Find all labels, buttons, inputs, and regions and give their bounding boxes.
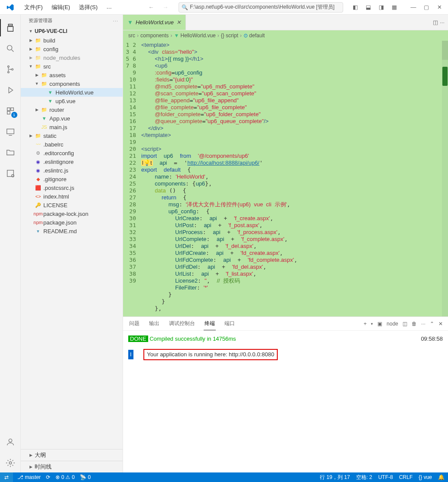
cursor-pos[interactable]: 行 19，列 17 (320, 474, 350, 481)
eol[interactable]: CRLF (399, 474, 412, 480)
main-area: 1 资源管理器 ··· ▼ UP6-VUE-CLI ▶📁build▶📁confi… (0, 15, 448, 472)
language[interactable]: {} vue (419, 474, 432, 480)
more-icon[interactable]: ··· (113, 18, 118, 23)
bell-icon[interactable]: 🔔 (438, 474, 445, 480)
tree-item[interactable]: ▶📁assets (21, 71, 123, 79)
breadcrumb-item[interactable]: ⊙ default (243, 33, 265, 39)
breadcrumb-item[interactable]: src (128, 33, 135, 39)
tree-item[interactable]: ▼📁components (21, 79, 123, 88)
remote-icon[interactable] (0, 122, 21, 141)
tree-item[interactable]: ▶📁build (21, 36, 123, 45)
tree-item[interactable]: ◉.eslintignore (21, 157, 123, 166)
timeline-label: 时间线 (35, 463, 52, 471)
plus-icon[interactable]: + (364, 321, 367, 327)
explorer-icon[interactable] (0, 18, 21, 37)
panel-tab[interactable]: 问题 (128, 317, 140, 330)
tree-item[interactable]: ▶📁router (21, 105, 123, 114)
folder-icon[interactable] (0, 143, 21, 162)
menu-item[interactable]: 文件(F) (21, 2, 46, 13)
tree-item[interactable]: ▼HelloWorld.vue (21, 88, 123, 97)
indent[interactable]: 空格: 2 (356, 474, 372, 481)
menu-item[interactable]: 编辑(E) (48, 2, 74, 13)
timeline-row[interactable]: ▶时间线 (21, 461, 123, 472)
scrollbar-thumb[interactable] (442, 67, 448, 86)
source-control-icon[interactable] (0, 60, 21, 79)
project-root[interactable]: ▼ UP6-VUE-CLI (21, 26, 123, 36)
tree-item[interactable]: ◆.gitignore (21, 175, 123, 183)
sidebar-bottom: ▶大纲 ▶时间线 (21, 449, 123, 472)
tree-item[interactable]: ▾README.md (21, 227, 123, 235)
file-icon: ▼ (41, 115, 48, 122)
encoding[interactable]: UTF-8 (378, 474, 393, 480)
tree-item[interactable]: <>index.html (21, 192, 123, 201)
tree-item[interactable]: npmpackage-lock.json (21, 209, 123, 218)
more-icon[interactable]: ··· (421, 321, 425, 327)
branch[interactable]: ⎇ master (17, 474, 41, 480)
layout-grid-icon[interactable]: ▦ (388, 1, 400, 13)
panel-tab[interactable]: 输出 (148, 317, 160, 330)
tree-item[interactable]: ▼up6.vue (21, 97, 123, 105)
tree-item[interactable]: ▶📁node_modules (21, 53, 123, 62)
trash-icon[interactable]: 🗑 (412, 321, 417, 327)
sync-icon[interactable]: ⟳ (46, 474, 50, 480)
nav-back-icon[interactable]: ← (146, 3, 156, 11)
layout-left-icon[interactable]: ◧ (349, 1, 361, 13)
terminal-icon[interactable]: ▣ (377, 321, 382, 327)
tab-helloworld[interactable]: ▼ HelloWorld.vue ✕ (123, 15, 186, 30)
tree-item[interactable]: ▼📁src (21, 62, 123, 71)
settings-icon[interactable] (0, 453, 21, 472)
tree-item[interactable]: 〰.babelrc (21, 140, 123, 149)
breadcrumb-item[interactable]: components (140, 33, 169, 39)
close-icon[interactable]: ✕ (433, 1, 445, 13)
app-icon[interactable] (0, 164, 21, 183)
search-icon[interactable] (0, 39, 21, 58)
errors[interactable]: ⊗ 0 ⚠ 0 (55, 474, 75, 480)
port-icon[interactable]: 📡 0 (80, 474, 91, 480)
split-icon[interactable]: ◫ (403, 321, 407, 327)
tree-label: .eslintrc.js (43, 167, 68, 174)
split-icon[interactable]: ◫ (433, 19, 438, 26)
tree-item[interactable]: ▼App.vue (21, 114, 123, 123)
tree-item[interactable]: 🔑LICENSE (21, 201, 123, 209)
scrollbar[interactable] (442, 41, 448, 316)
breadcrumb-item[interactable]: ▼ HelloWorld.vue (174, 33, 215, 39)
tree-item[interactable]: ⚙.editorconfig (21, 149, 123, 157)
breadcrumb[interactable]: src › components › ▼ HelloWorld.vue › {}… (123, 30, 448, 41)
account-icon[interactable] (0, 433, 21, 452)
tree-item[interactable]: npmpackage.json (21, 218, 123, 227)
breadcrumb-item[interactable]: {} script (221, 33, 238, 39)
remote-icon[interactable]: ⇄ (0, 472, 13, 482)
panel-tab[interactable]: 端口 (224, 317, 236, 330)
command-center[interactable]: 🔍 F:\asp.net\up6-vue-cli\src\components\… (179, 2, 343, 13)
terminal-output[interactable]: DONE Compiled successfully in 14756ms 09… (123, 331, 448, 364)
tree-item[interactable]: ▶📁config (21, 45, 123, 53)
more-icon[interactable]: ··· (440, 19, 445, 26)
panel-tab[interactable]: 终端 (204, 317, 216, 330)
panel-tab[interactable]: 调试控制台 (168, 317, 196, 330)
line-gutter: 1 2 3 4 5 6 7 8 9 10 11 12 13 14 15 16 1… (123, 41, 141, 316)
code-content[interactable]: <template> <div class="hello"> <h1>{{ ms… (141, 41, 297, 316)
extensions-icon[interactable]: 1 (0, 101, 21, 120)
maximize-icon[interactable]: ▢ (420, 1, 432, 13)
tree-label: static (43, 133, 56, 139)
menu-item[interactable]: 选择(S) (75, 2, 101, 13)
tree-item[interactable]: 🟥.postcssrc.js (21, 183, 123, 192)
editor[interactable]: 1 2 3 4 5 6 7 8 9 10 11 12 13 14 15 16 1… (123, 41, 448, 316)
debug-icon[interactable] (0, 81, 21, 100)
tree-item[interactable]: JSmain.js (21, 123, 123, 131)
shell-label[interactable]: node (386, 321, 398, 327)
outline-row[interactable]: ▶大纲 (21, 449, 123, 461)
chevron-up-icon[interactable]: ⌃ (430, 321, 434, 327)
close-icon[interactable]: ✕ (176, 19, 181, 26)
file-icon: ◉ (35, 158, 42, 165)
tree-label: LICENSE (43, 202, 68, 208)
minimize-icon[interactable]: — (407, 1, 419, 13)
tree-item[interactable]: ◉.eslintrc.js (21, 166, 123, 175)
tree-item[interactable]: ▶📁static (21, 131, 123, 140)
close-icon[interactable]: ✕ (438, 321, 443, 327)
layout-bottom-icon[interactable]: ⬓ (362, 1, 374, 13)
layout-right-icon[interactable]: ◨ (375, 1, 387, 13)
nav-forward-icon[interactable]: → (160, 3, 171, 11)
vscode-logo-icon (0, 3, 21, 11)
menu-item[interactable]: … (103, 2, 115, 13)
